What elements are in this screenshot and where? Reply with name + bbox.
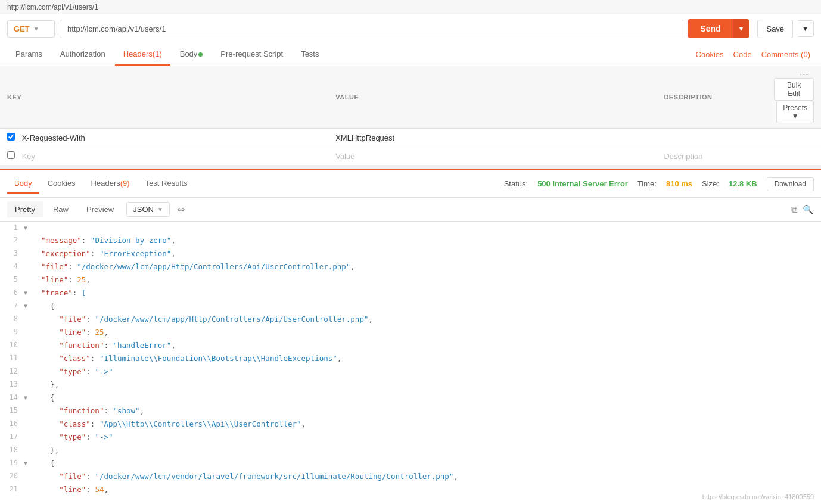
code-area[interactable]: 1▼2 "message": "Division by zero",3 "exc… (0, 222, 821, 499)
line-number: 2 (0, 234, 24, 247)
code-line: 21 "line": 54, (0, 483, 821, 496)
line-content: "file": "/docker/www/lcm/app/Http/Contro… (32, 313, 821, 326)
tab-tests[interactable]: Tests (293, 43, 327, 66)
response-header: Body Cookies Headers(9) Test Results Sta… (0, 169, 821, 198)
line-content: "file": "/docker/www/lcm/app/Http/Contro… (32, 260, 821, 273)
line-content: "exception": "ErrorException", (32, 247, 821, 260)
bulk-edit-button[interactable]: Bulk Edit (774, 78, 814, 101)
view-tab-pretty[interactable]: Pretty (7, 201, 43, 217)
header-checkbox-1[interactable] (7, 133, 15, 141)
presets-button[interactable]: Presets ▼ (776, 101, 814, 123)
line-number: 8 (0, 313, 24, 325)
method-select[interactable]: GET ▼ (7, 20, 55, 38)
resp-tab-headers[interactable]: Headers(9) (84, 174, 137, 194)
time-value: 810 ms (666, 179, 692, 188)
status-label: Status: (504, 179, 528, 188)
line-content: "type": "->" (32, 365, 821, 378)
line-collapse-arrow (24, 234, 32, 236)
size-label: Size: (702, 179, 719, 188)
comments-link[interactable]: Comments (0) (758, 44, 814, 65)
line-number: 11 (0, 352, 24, 365)
code-line: 13 }, (0, 378, 821, 391)
code-line: 9 "line": 25, (0, 326, 821, 339)
format-dropdown-arrow: ▼ (157, 206, 163, 213)
line-collapse-arrow[interactable]: ▼ (24, 222, 32, 233)
header-key-placeholder: Key (22, 152, 35, 161)
status-value: 500 Internal Server Error (537, 179, 628, 188)
line-number: 20 (0, 470, 24, 483)
copy-icon[interactable]: ⧉ (791, 204, 798, 215)
line-collapse-arrow (24, 247, 32, 249)
code-line: 10 "function": "handleError", (0, 339, 821, 352)
format-select[interactable]: JSON ▼ (126, 202, 170, 217)
header-checkbox-placeholder[interactable] (7, 151, 15, 159)
code-line: 16 "class": "App\\Http\\Controllers\\Api… (0, 418, 821, 431)
view-tab-raw[interactable]: Raw (45, 201, 76, 217)
line-number: 22 (0, 496, 24, 499)
header-row-1: X-Requested-With XMLHttpRequest (0, 129, 821, 147)
line-collapse-arrow[interactable]: ▼ (24, 287, 32, 298)
line-number: 15 (0, 405, 24, 417)
code-line: 14▼ { (0, 391, 821, 405)
tab-body[interactable]: Body (172, 43, 212, 66)
time-label: Time: (637, 179, 657, 188)
tab-pre-request-script[interactable]: Pre-request Script (212, 43, 291, 66)
line-collapse-arrow (24, 273, 32, 275)
tab-headers[interactable]: Headers(1) (115, 43, 170, 66)
send-button[interactable]: Send (688, 19, 732, 38)
view-right-actions: ⧉ 🔍 (791, 204, 814, 215)
more-options-button[interactable]: ··· (800, 71, 809, 78)
header-key-1: X-Requested-With (22, 133, 85, 142)
resp-tab-cookies[interactable]: Cookies (41, 174, 83, 194)
view-tab-preview[interactable]: Preview (79, 201, 122, 217)
send-dropdown-arrow[interactable]: ▼ (733, 19, 750, 38)
line-number: 16 (0, 418, 24, 430)
line-collapse-arrow (24, 470, 32, 472)
code-line: 2 "message": "Division by zero", (0, 234, 821, 247)
code-line: 11 "class": "Illuminate\\Foundation\\Boo… (0, 352, 821, 365)
headers-table: KEY VALUE DESCRIPTION ··· Bulk Edit Pres… (0, 66, 821, 166)
line-number: 19 (0, 457, 24, 469)
search-icon[interactable]: 🔍 (803, 204, 814, 215)
header-value-1: XMLHttpRequest (335, 133, 394, 142)
wrap-icon[interactable]: ⇔ (177, 204, 185, 215)
resp-tab-test-results[interactable]: Test Results (138, 174, 195, 194)
line-collapse-arrow[interactable]: ▼ (24, 300, 32, 311)
code-line: 18 }, (0, 444, 821, 457)
line-number: 10 (0, 339, 24, 351)
line-collapse-arrow (24, 313, 32, 315)
code-line: 17 "type": "->" (0, 431, 821, 444)
code-line: 8 "file": "/docker/www/lcm/app/Http/Cont… (0, 313, 821, 326)
line-number: 6 (0, 287, 24, 299)
download-button[interactable]: Download (767, 177, 814, 191)
save-dropdown-arrow[interactable]: ▼ (797, 20, 814, 37)
line-content: "message": "Division by zero", (32, 234, 821, 247)
line-collapse-arrow (24, 339, 32, 341)
line-number: 7 (0, 300, 24, 312)
line-number: 18 (0, 444, 24, 456)
tab-params[interactable]: Params (7, 43, 51, 66)
response-view-tabs: Pretty Raw Preview JSON ▼ ⇔ ⧉ 🔍 (0, 198, 821, 222)
line-content (32, 222, 821, 223)
resp-tab-body[interactable]: Body (7, 174, 39, 194)
header-value-placeholder: Value (335, 152, 354, 161)
line-collapse-arrow (24, 444, 32, 446)
line-content: "file": "/docker/www/lcm/vendor/laravel/… (32, 470, 821, 483)
value-column-header: VALUE (328, 66, 657, 129)
line-content: "function": "handleError", (32, 339, 821, 352)
table-actions-header: ··· Bulk Edit Presets ▼ (767, 66, 821, 129)
line-number: 12 (0, 365, 24, 378)
code-link[interactable]: Code (730, 44, 755, 65)
tab-authorization[interactable]: Authorization (52, 43, 114, 66)
code-line: 7▼ { (0, 300, 821, 313)
url-input[interactable] (60, 20, 683, 38)
line-collapse-arrow (24, 418, 32, 419)
line-number: 4 (0, 260, 24, 273)
code-line: 6▼ "trace": [ (0, 287, 821, 300)
code-line: 1▼ (0, 222, 821, 234)
cookies-link[interactable]: Cookies (692, 44, 727, 65)
line-collapse-arrow[interactable]: ▼ (24, 457, 32, 468)
line-collapse-arrow[interactable]: ▼ (24, 391, 32, 403)
description-column-header: DESCRIPTION (657, 66, 767, 129)
save-button[interactable]: Save (757, 20, 793, 38)
